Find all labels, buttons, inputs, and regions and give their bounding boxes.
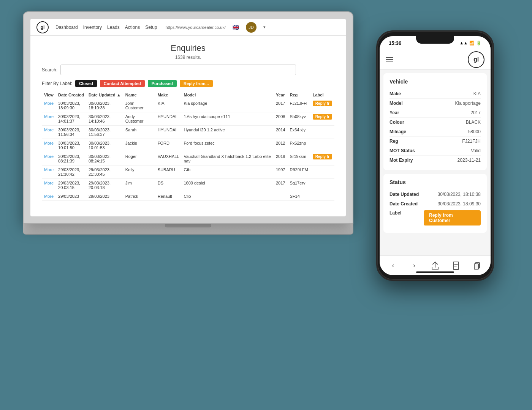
nav-setup[interactable]: Setup	[145, 25, 157, 30]
col-label[interactable]: Label	[310, 91, 334, 99]
cell-date-updated: 29/03/2023,21:30:45	[86, 166, 123, 179]
search-input[interactable]	[60, 65, 296, 75]
phone-header: gl	[380, 50, 491, 69]
more-link[interactable]: More	[44, 141, 54, 145]
share-button[interactable]	[428, 259, 442, 273]
more-link[interactable]: More	[44, 181, 54, 185]
nav-url[interactable]: https://www.yourcardealer.co.uk/	[166, 25, 226, 30]
cell-year: 2012	[274, 139, 287, 152]
cell-year: 1997	[274, 166, 287, 179]
filter-purchased-button[interactable]: Purchased	[148, 80, 177, 87]
cell-date-updated: 30/03/2023,10:01:53	[86, 139, 123, 152]
cell-date-created: 29/03/2023	[56, 192, 86, 201]
more-link[interactable]: More	[44, 167, 54, 172]
phone-scroll-area[interactable]: Vehicle Make KIA Model Kia sportage Year…	[380, 69, 491, 255]
filter-reply-button[interactable]: Reply from...	[180, 80, 213, 87]
more-link[interactable]: More	[44, 194, 54, 199]
nav-dashboard[interactable]: Dashboard	[55, 25, 78, 30]
status-detail-row: Date Created 30/03/2023, 18:09:30	[390, 199, 481, 208]
cell-name: John Customer	[123, 99, 155, 112]
phone-body: 15:36 ▲▲ 📶 🔋 gl Veh	[376, 30, 494, 281]
laptop-screen: gl Dashboard Inventory Leads Actions Set…	[30, 19, 346, 216]
vehicle-detail-row: Model Kia sportage	[390, 99, 481, 108]
col-date-updated[interactable]: Date Updated ▲	[86, 91, 123, 99]
cell-reg: SF14	[287, 192, 310, 201]
filter-closed-button[interactable]: Closed	[75, 80, 97, 87]
cell-reg: Px62znp	[287, 139, 310, 152]
search-row: Search:	[42, 65, 334, 75]
status-row-label: Date Updated	[390, 192, 424, 197]
cell-year: 2014	[274, 126, 287, 139]
nav-leads[interactable]: Leads	[107, 25, 120, 30]
vehicle-detail-row: Make KIA	[390, 89, 481, 99]
copy-button[interactable]	[470, 259, 484, 273]
vehicle-row-label: Year	[390, 110, 424, 115]
avatar-dropdown[interactable]: ▾	[263, 25, 266, 30]
vehicle-row-value: 58000	[468, 129, 481, 134]
cell-date-updated: 29/03/2023	[86, 192, 123, 201]
vehicle-row-label: MOT Status	[390, 148, 424, 153]
wifi-icon: 📶	[469, 41, 475, 46]
cell-view: More	[42, 192, 56, 201]
cell-year: 2017	[274, 99, 287, 112]
status-card: Status Date Updated 30/03/2023, 18:10:38…	[383, 174, 487, 233]
col-model[interactable]: Model	[181, 91, 273, 99]
col-reg[interactable]: Reg	[287, 91, 310, 99]
col-name[interactable]: Name	[123, 91, 155, 99]
cell-make: SUBARU	[155, 166, 182, 179]
laptop-base	[23, 224, 353, 235]
cell-make: HYUNDAI	[155, 126, 182, 139]
cell-reg: Ex64 xjy	[287, 126, 310, 139]
cell-view: More	[42, 112, 56, 126]
hamburger-menu[interactable]	[386, 57, 393, 62]
cell-model: 1600 desiel	[181, 179, 273, 192]
table-header-row: View Date Created Date Updated ▲ Name Ma…	[42, 91, 334, 99]
table-row: More 29/03/2023,21:30:42 29/03/2023,21:3…	[42, 166, 334, 179]
vehicle-row-label: Model	[390, 101, 424, 106]
cell-name: Roger	[123, 152, 155, 166]
more-link[interactable]: More	[44, 101, 54, 106]
label-badge: Reply fr	[313, 154, 332, 159]
cell-make: KIA	[155, 99, 182, 112]
more-link[interactable]: More	[44, 154, 54, 159]
col-date-created[interactable]: Date Created	[56, 91, 86, 99]
laptop-body: gl Dashboard Inventory Leads Actions Set…	[23, 11, 353, 224]
more-link[interactable]: More	[44, 128, 54, 132]
cell-reg: FJ21JFH	[287, 99, 310, 112]
col-year[interactable]: Year	[274, 91, 287, 99]
nav-inventory[interactable]: Inventory	[83, 25, 102, 30]
status-detail-row: Date Updated 30/03/2023, 18:10:38	[390, 190, 481, 199]
vehicle-detail-row: Year 2017	[390, 108, 481, 118]
back-button[interactable]: ‹	[386, 259, 400, 273]
cell-name: Patrick	[123, 192, 155, 201]
col-make[interactable]: Make	[155, 91, 182, 99]
cell-label	[310, 179, 334, 192]
label-row-key: Label	[390, 210, 424, 226]
vehicle-detail-row: MOT Status Valid	[390, 146, 481, 156]
forward-button[interactable]: ›	[407, 259, 421, 273]
cell-model: Kia sportage	[181, 99, 273, 112]
vehicle-row-label: Reg	[390, 139, 424, 144]
vehicle-row-value: KIA	[473, 91, 481, 96]
cell-reg: Sr19xsm	[287, 152, 310, 166]
nav-actions[interactable]: Actions	[125, 25, 140, 30]
label-badge: Reply fr	[313, 101, 332, 106]
cell-make: Renault	[155, 192, 182, 201]
bookmarks-button[interactable]	[449, 259, 463, 273]
vehicle-card-title: Vehicle	[390, 79, 481, 85]
laptop: gl Dashboard Inventory Leads Actions Set…	[23, 11, 353, 247]
phone-notch	[416, 36, 454, 44]
filter-contact-button[interactable]: Contact Attempted	[100, 80, 145, 87]
cell-view: More	[42, 179, 56, 192]
cell-year: 2019	[274, 152, 287, 166]
cell-date-updated: 29/03/2023,20:03:18	[86, 179, 123, 192]
more-link[interactable]: More	[44, 114, 54, 119]
home-indicator	[416, 271, 454, 273]
cell-year	[274, 192, 287, 201]
cell-name: Jackie	[123, 139, 155, 152]
cell-view: More	[42, 126, 56, 139]
cell-model: Gtb	[181, 166, 273, 179]
vehicle-row-value: 2023-11-21	[458, 158, 481, 163]
vehicle-row-label: Mileage	[390, 129, 424, 134]
user-avatar[interactable]: JD	[246, 22, 256, 33]
